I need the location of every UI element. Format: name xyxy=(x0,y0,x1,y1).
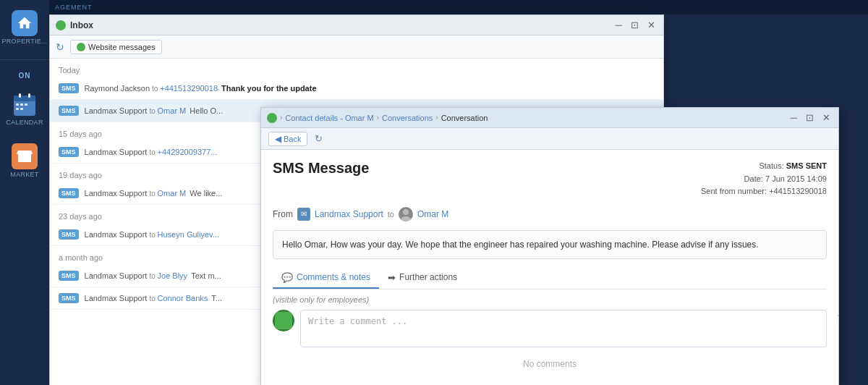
inbox-item-text: Landmax Support to +44292009377... xyxy=(85,148,218,156)
conv-close-button[interactable]: ✕ xyxy=(820,112,833,123)
breadcrumb-current: Conversation xyxy=(441,114,488,122)
market-svg xyxy=(16,148,33,165)
comments-tab-icon: 💬 xyxy=(281,272,293,283)
inbox-status-dot xyxy=(56,20,66,30)
house-icon xyxy=(12,10,38,36)
inbox-titlebar: Inbox ─ ⊡ ✕ xyxy=(50,15,663,35)
status-label: Status: xyxy=(759,161,783,170)
no-comments-text: No comments xyxy=(273,359,827,369)
conv-toolbar: ◀ Back ↻ xyxy=(261,128,838,150)
website-messages-icon xyxy=(77,43,85,51)
svg-point-9 xyxy=(403,209,409,215)
list-item[interactable]: SMS Raymond Jackson to +441513290018 Tha… xyxy=(50,77,663,100)
sidebar-label-calendar: CALENDAR xyxy=(6,119,43,126)
sms-badge: SMS xyxy=(59,271,79,281)
sms-badge: SMS xyxy=(59,147,79,157)
tab-comments[interactable]: 💬 Comments & notes xyxy=(273,268,379,289)
commenter-avatar-inner xyxy=(275,312,292,329)
sent-from-label: Sent from number: xyxy=(701,187,767,195)
status-value: SMS SENT xyxy=(786,161,827,170)
inbox-refresh-button[interactable]: ↻ xyxy=(56,41,64,53)
breadcrumb-contact[interactable]: Contact details - Omar M xyxy=(285,114,373,122)
breadcrumb-icon xyxy=(267,113,277,123)
comment-input[interactable] xyxy=(300,310,827,347)
conv-refresh-button[interactable]: ↻ xyxy=(315,133,323,144)
tab-further-actions[interactable]: ➡ Further actions xyxy=(379,268,466,289)
sidebar: PROPERTIE... ON CALENDAR xyxy=(0,0,49,385)
to-separator: to xyxy=(388,210,394,219)
svg-rect-6 xyxy=(25,103,27,106)
sms-badge: SMS xyxy=(59,106,79,116)
close-button[interactable]: ✕ xyxy=(645,20,658,30)
calendar-svg xyxy=(13,93,36,116)
inbox-toolbar: ↻ Website messages xyxy=(50,35,663,59)
conv-header: SMS Message Status: SMS SENT Date: 7 Jun… xyxy=(273,160,827,198)
from-sender[interactable]: Landmax Support xyxy=(315,209,383,219)
sms-badge: SMS xyxy=(59,83,79,93)
sidebar-item-on[interactable]: ON xyxy=(0,69,49,82)
recipient-avatar-icon xyxy=(399,207,413,221)
date-value: 7 Jun 2015 14:09 xyxy=(765,174,827,183)
inbox-item-text: Landmax Support to Huseyn Guliyev... xyxy=(85,230,219,239)
conv-minimize-button[interactable]: ─ xyxy=(788,112,799,123)
maximize-button[interactable]: ⊡ xyxy=(629,20,641,30)
comment-area: ↻ xyxy=(273,310,827,350)
from-label: From xyxy=(273,209,293,219)
inbox-item-text: Raymond Jackson to +441513290018 Thank y… xyxy=(85,84,317,93)
website-messages-label: Website messages xyxy=(88,43,156,51)
sidebar-item-properties[interactable]: PROPERTIE... xyxy=(0,7,49,48)
breadcrumb-conversations[interactable]: Conversations xyxy=(382,114,433,122)
sms-badge: SMS xyxy=(59,188,79,198)
svg-rect-3 xyxy=(28,93,30,98)
management-bar: AGEMENT xyxy=(49,0,868,14)
management-text: AGEMENT xyxy=(55,4,93,11)
sent-from-value: +441513290018 xyxy=(769,187,827,195)
conv-body: SMS Message Status: SMS SENT Date: 7 Jun… xyxy=(261,150,838,385)
sidebar-item-market[interactable]: MARKET xyxy=(0,140,49,181)
sidebar-label-properties: PROPERTIE... xyxy=(2,38,48,45)
conv-from: From ✉ Landmax Support to Omar M xyxy=(273,207,827,221)
inbox-window-controls: ─ ⊡ ✕ xyxy=(613,20,658,30)
comment-refresh-icon[interactable]: ↻ xyxy=(837,313,838,324)
inbox-title-left: Inbox xyxy=(56,20,93,30)
svg-rect-2 xyxy=(19,93,21,98)
market-icon xyxy=(12,143,38,169)
conv-maximize-button[interactable]: ⊡ xyxy=(804,112,816,123)
actions-tab-icon: ➡ xyxy=(388,272,396,283)
website-messages-tab[interactable]: Website messages xyxy=(70,40,162,54)
date-label: Date: xyxy=(744,174,763,183)
sidebar-item-calendar[interactable]: CALENDAR xyxy=(0,88,49,129)
message-body: Hello Omar, How was your day. We hope th… xyxy=(273,230,827,259)
section-header-today: Today xyxy=(50,59,663,77)
back-arrow-icon: ◀ xyxy=(275,134,281,144)
comment-input-wrap: ↻ xyxy=(300,310,827,350)
inbox-item-text: Landmax Support to Omar M Hello O... xyxy=(85,106,224,115)
sms-badge: SMS xyxy=(59,229,79,240)
sidebar-label-market: MARKET xyxy=(10,171,38,178)
conv-tabs: 💬 Comments & notes ➡ Further actions xyxy=(273,268,827,289)
recipient-avatar xyxy=(399,207,413,221)
inbox-title: Inbox xyxy=(70,20,93,30)
sms-badge: SMS xyxy=(59,293,79,303)
minimize-button[interactable]: ─ xyxy=(613,20,624,30)
inbox-item-text: Landmax Support to Omar M We like... xyxy=(85,189,223,198)
properties-icon-svg xyxy=(17,15,33,31)
visible-note: (visible only for employees) xyxy=(273,295,827,304)
commenter-avatar xyxy=(273,310,294,331)
from-envelope-icon: ✉ xyxy=(297,208,310,221)
conv-title: SMS Message xyxy=(273,160,369,177)
actions-tab-label: Further actions xyxy=(399,272,457,282)
breadcrumb: › Contact details - Omar M › Conversatio… xyxy=(267,113,488,123)
from-recipient[interactable]: Omar M xyxy=(417,209,448,219)
conv-titlebar: › Contact details - Omar M › Conversatio… xyxy=(261,108,838,128)
on-label: ON xyxy=(19,72,31,80)
back-button[interactable]: ◀ Back xyxy=(268,132,307,146)
inbox-item-text: Landmax Support to Connor Banks T... xyxy=(85,294,222,302)
calendar-icon xyxy=(12,91,38,117)
svg-rect-5 xyxy=(20,103,23,106)
svg-rect-4 xyxy=(16,103,19,106)
conversation-window: › Contact details - Omar M › Conversatio… xyxy=(260,107,839,385)
svg-rect-8 xyxy=(20,108,23,110)
svg-point-10 xyxy=(401,216,411,221)
conv-meta: Status: SMS SENT Date: 7 Jun 2015 14:09 … xyxy=(701,160,827,198)
